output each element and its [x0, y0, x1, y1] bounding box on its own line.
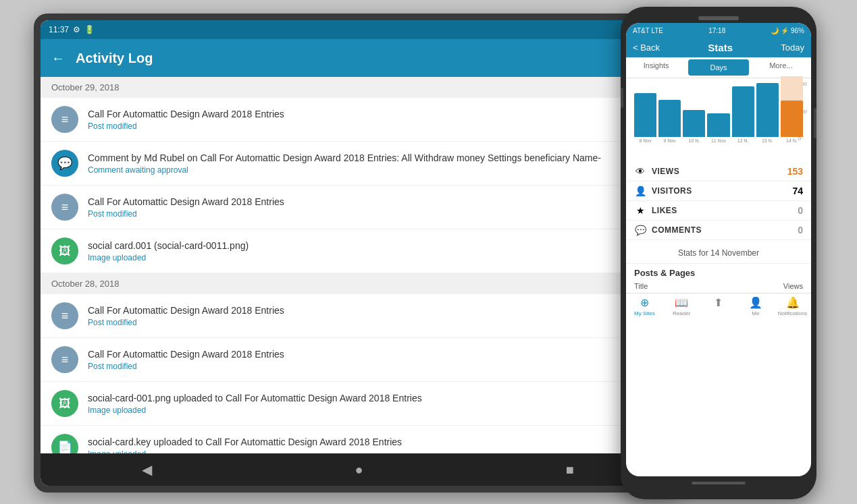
activity-text: social card.001 (social-card-0011.png)Im…: [88, 240, 665, 262]
activity-icon: ≡: [51, 346, 78, 373]
stats-row: 👁VIEWS153: [626, 162, 811, 181]
nav-icon: 🔔: [786, 296, 800, 309]
posts-pages-columns: Title Views: [626, 281, 811, 293]
phone-tabs: Insights Days More...: [626, 57, 811, 78]
page-title: Activity Log: [76, 51, 153, 66]
list-item[interactable]: 🖼social card.001 (social-card-0011.png)I…: [41, 229, 675, 273]
back-button[interactable]: ←: [51, 51, 65, 66]
home-nav-button[interactable]: ●: [355, 462, 363, 478]
stats-icon: 👤: [634, 186, 646, 196]
chart-bar-inner: [781, 101, 803, 137]
gear-icon: ⚙: [73, 25, 80, 34]
nav-item-reader[interactable]: 📖Reader: [663, 296, 700, 316]
chart-label: 9 Nov: [664, 138, 676, 143]
tab-insights[interactable]: Insights: [626, 57, 686, 78]
col-views: Views: [783, 282, 803, 290]
activity-subtitle: Post modified: [88, 362, 665, 371]
chart-label: 12 N.: [737, 138, 749, 143]
chart-bar-bg: [781, 76, 803, 137]
list-item[interactable]: 💬Comment by Md Rubel on Call For Automat…: [41, 142, 675, 186]
stats-value: 0: [798, 205, 803, 216]
nav-item-publish[interactable]: ⬆: [700, 296, 737, 316]
stats-row: 💬COMMENTS0: [626, 221, 811, 240]
chart-bar-wrap: 8 Nov: [634, 93, 656, 143]
chart-bar: [707, 113, 729, 137]
date-header: October 29, 2018: [41, 77, 675, 98]
stats-row: 👤VISITORS74: [626, 181, 811, 201]
status-left: 11:37 ⚙ 🔋: [49, 25, 95, 34]
stats-row: ★LIKES0: [626, 201, 811, 221]
nav-item-notifications[interactable]: 🔔Notifications: [774, 296, 811, 316]
phone-back-button[interactable]: < Back: [633, 43, 660, 53]
chart-label: 11 Nov: [711, 138, 726, 143]
phone-status-bar: AT&T LTE 17:18 🌙 ⚡ 96%: [626, 23, 811, 38]
activity-title: Call For Automattic Design Award 2018 En…: [88, 108, 665, 120]
nav-item-me[interactable]: 👤Me: [737, 296, 774, 316]
stats-label: COMMENTS: [652, 225, 792, 235]
home-bar: [692, 482, 746, 484]
stats-icon: 👁: [634, 166, 646, 177]
posts-pages-header: Posts & Pages: [626, 264, 811, 281]
list-item[interactable]: 📄social-card.key uploaded to Call For Au…: [41, 426, 675, 453]
stats-value: 153: [787, 166, 803, 177]
activity-icon: 🖼: [51, 390, 78, 417]
nav-icon: 👤: [749, 296, 762, 309]
activity-text: Call For Automattic Design Award 2018 En…: [88, 304, 665, 327]
activity-title: Call For Automattic Design Award 2018 En…: [88, 304, 665, 316]
activity-icon: ≡: [51, 194, 78, 221]
tablet-status-bar: 11:37 ⚙ 🔋 ▼ ▲ 🔋: [41, 20, 675, 39]
tab-days[interactable]: Days: [688, 59, 748, 76]
chart-label: 10 N.: [688, 138, 700, 143]
chart-bar-wrap: 12 N.: [732, 86, 754, 143]
activity-text: Call For Automattic Design Award 2018 En…: [88, 108, 665, 131]
phone-page-title: Stats: [708, 42, 733, 53]
activity-subtitle: Image uploaded: [88, 405, 665, 415]
phone-header: < Back Stats Today: [626, 38, 811, 57]
tablet-nav-bar: ◀ ● ■: [41, 453, 675, 486]
activity-text: social-card-001.png uploaded to Call For…: [88, 392, 665, 415]
chart-bar-wrap: 14 N.: [781, 76, 803, 143]
activity-subtitle: Post modified: [88, 209, 665, 219]
activity-title: social-card-001.png uploaded to Call For…: [88, 392, 665, 404]
phone-top-bar: [626, 16, 811, 20]
tab-more[interactable]: More...: [751, 57, 811, 78]
chart-bars: 8 Nov9 Nov10 N.11 Nov12 N.13 N.14 N.: [631, 82, 806, 143]
tablet-screen: 11:37 ⚙ 🔋 ▼ ▲ 🔋 ← Activity Log October 2…: [41, 20, 675, 486]
chart-bar: [756, 83, 779, 137]
list-item[interactable]: 🖼social-card-001.png uploaded to Call Fo…: [41, 382, 675, 426]
phone-bottom-nav: ⊕My Sites📖Reader⬆👤Me🔔Notifications: [626, 293, 811, 319]
phone-speaker: [698, 16, 739, 20]
activity-title: Call For Automattic Design Award 2018 En…: [88, 348, 665, 360]
stats-icon: 💬: [634, 225, 646, 235]
chart-label: 14 N.: [786, 138, 798, 143]
activity-subtitle: Post modified: [88, 318, 665, 327]
activity-title: social card.001 (social-card-0011.png): [88, 240, 665, 252]
time-display: 11:37: [49, 25, 69, 34]
nav-label: Notifications: [778, 310, 808, 316]
tablet-content: October 29, 2018≡Call For Automattic Des…: [41, 77, 675, 453]
activity-subtitle: Image uploaded: [88, 253, 665, 262]
list-item[interactable]: ≡Call For Automattic Design Award 2018 E…: [41, 294, 675, 338]
chart-bar: [732, 86, 754, 137]
list-item[interactable]: ≡Call For Automattic Design Award 2018 E…: [41, 186, 675, 229]
activity-text: Call For Automattic Design Award 2018 En…: [88, 348, 665, 371]
stats-icon: ★: [634, 205, 646, 216]
chart-bar-wrap: 10 N.: [683, 110, 705, 143]
recents-nav-button[interactable]: ■: [566, 462, 574, 478]
nav-item-my-sites[interactable]: ⊕My Sites: [626, 296, 663, 316]
chart-bar-wrap: 11 Nov: [707, 113, 729, 143]
back-nav-button[interactable]: ◀: [142, 461, 152, 478]
list-item[interactable]: ≡Call For Automattic Design Award 2018 E…: [41, 338, 675, 382]
nav-icon: ⊕: [640, 296, 649, 309]
stats-list: 👁VIEWS153👤VISITORS74★LIKES0💬COMMENTS0: [626, 159, 811, 243]
activity-icon: ≡: [51, 106, 78, 133]
battery-icon: 🔋: [84, 25, 95, 34]
phone-today-button[interactable]: Today: [781, 43, 804, 53]
phone-device: AT&T LTE 17:18 🌙 ⚡ 96% < Back Stats Toda…: [621, 7, 816, 499]
list-item[interactable]: ≡Call For Automattic Design Award 2018 E…: [41, 98, 675, 142]
nav-icon: ⬆: [714, 296, 723, 309]
activity-subtitle: Comment awaiting approval: [88, 165, 665, 175]
volume-button: [621, 88, 623, 108]
stats-label: VIEWS: [652, 167, 782, 176]
nav-label: Reader: [673, 310, 690, 316]
